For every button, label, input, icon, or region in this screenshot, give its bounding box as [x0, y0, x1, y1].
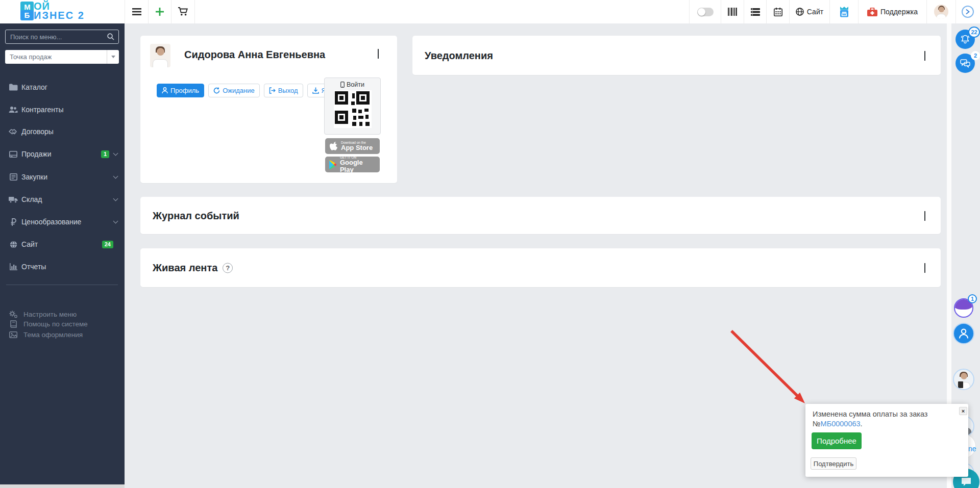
toast-message: Изменена сумма оплаты за заказ №МБ000006… — [813, 409, 928, 429]
plus-icon — [156, 8, 164, 16]
cart-button[interactable] — [171, 0, 195, 23]
order-link[interactable]: МБ0000063 — [821, 420, 861, 428]
notifications-expand-button[interactable] — [924, 51, 925, 60]
tasks-button[interactable] — [744, 0, 766, 23]
profile-collapse-button[interactable] — [378, 49, 379, 58]
sales-badge: 1 — [101, 150, 109, 158]
main-content: Сидорова Анна Евгеньевна Профиль Ожидани… — [125, 23, 980, 488]
profile-card: Сидорова Анна Евгеньевна Профиль Ожидани… — [140, 36, 397, 183]
sidebar-item-purchases[interactable]: Закупки — [0, 169, 125, 185]
sidebar-item-contracts[interactable]: Договоры — [0, 124, 125, 139]
sidebar-horizontal-scrollbar[interactable] — [0, 484, 125, 488]
logo-b-chip: Б — [20, 10, 34, 20]
sidebar-item-pricing[interactable]: Ценообразование — [0, 214, 125, 229]
person-icon — [162, 87, 168, 94]
journal-expand-button[interactable] — [924, 211, 925, 220]
appstore-badge[interactable]: Download on the App Store — [325, 138, 380, 154]
globe-icon — [9, 241, 18, 248]
mini-brand-button[interactable] — [829, 0, 858, 23]
calendar-button[interactable] — [766, 0, 789, 23]
users-icon — [9, 106, 18, 113]
sidebar-item-system-help[interactable]: Помощь по системе — [0, 319, 125, 329]
calendar-icon — [774, 8, 782, 16]
app-logo[interactable]: М ОЙ Б ИЗНЕС 2 — [20, 1, 85, 20]
pos-select[interactable]: Точка продаж — [5, 50, 119, 64]
profile-name: Сидорова Анна Евгеньевна — [184, 49, 325, 61]
theme-toggle[interactable] — [689, 0, 721, 23]
ruble-icon — [9, 218, 18, 226]
help-icon[interactable]: ? — [223, 263, 233, 273]
sidebar-item-counterparties[interactable]: Контрагенты — [0, 102, 125, 117]
profile-avatar[interactable] — [150, 44, 170, 67]
qr-label: Войти — [347, 81, 364, 88]
chat-icon — [960, 59, 970, 68]
close-icon: × — [962, 408, 965, 414]
sidebar-toggle-button[interactable] — [125, 0, 148, 23]
event-journal-panel: Журнал событий — [140, 197, 941, 234]
toast-confirm-button[interactable]: Подтвердить — [811, 457, 856, 470]
sidebar-divider — [6, 285, 118, 285]
user-avatar-button[interactable] — [926, 0, 956, 23]
googleplay-badge[interactable]: GET IT ON Google Play — [325, 157, 380, 172]
chat-bubble-icon — [961, 477, 972, 487]
pos-select-caret[interactable] — [107, 50, 119, 64]
barcode-icon — [728, 8, 737, 16]
logo-iznes: ИЗНЕС 2 — [34, 10, 85, 20]
notification-toast: × Изменена сумма оплаты за заказ №МБ0000… — [805, 404, 968, 477]
caret-down-icon — [111, 56, 115, 58]
support-button[interactable]: Поддержка — [858, 0, 926, 23]
folder-icon — [9, 84, 18, 91]
mini-brand-icon — [839, 6, 850, 18]
bell-badge: 22 — [968, 27, 980, 38]
chart-icon — [9, 263, 18, 270]
qr-login-box: Войти — [324, 78, 381, 135]
sidebar-item-theme[interactable]: Тема оформления — [0, 329, 125, 340]
barcode-button[interactable] — [721, 0, 744, 23]
site-button[interactable]: Сайт — [789, 0, 829, 23]
feed-expand-button[interactable] — [924, 263, 925, 272]
support-kit-icon — [867, 8, 877, 16]
book-icon — [9, 320, 18, 328]
notifications-title: Уведомления — [425, 49, 493, 61]
search-icon — [107, 33, 114, 40]
sidebar-item-reports[interactable]: Отчеты — [0, 259, 125, 274]
quick-add-button[interactable] — [148, 0, 171, 23]
hidden-widget-text: ne — [968, 445, 976, 453]
refresh-icon — [213, 87, 220, 94]
profile-button[interactable]: Профиль — [157, 84, 204, 97]
rail-profile-button[interactable] — [953, 323, 974, 344]
toast-close-button[interactable]: × — [959, 407, 967, 415]
menu-search-input[interactable] — [5, 30, 119, 44]
sidebar-item-warehouse[interactable]: Склад — [0, 192, 125, 207]
toast-details-button[interactable]: Подробнее — [812, 432, 862, 449]
annotation-arrow — [727, 328, 814, 409]
rail-avatar-1-badge: 1 — [968, 294, 977, 303]
sidebar-item-sales[interactable]: Продажи 1 — [0, 146, 125, 162]
toggle-switch-icon — [697, 8, 714, 16]
cart-icon — [178, 7, 188, 16]
support-label: Поддержка — [880, 8, 918, 16]
sidebar-item-catalog[interactable]: Каталог — [0, 80, 125, 95]
chevron-down-icon — [113, 219, 118, 224]
download-icon — [312, 87, 319, 94]
sidebar-item-configure-menu[interactable]: Настроить меню — [0, 309, 125, 319]
journal-title: Журнал событий — [153, 210, 239, 221]
phone-icon — [340, 82, 345, 88]
chat-badge: 2 — [971, 51, 980, 60]
collapse-right-panel-button[interactable] — [962, 6, 974, 18]
truck-icon — [9, 196, 18, 203]
purchases-icon — [9, 173, 18, 181]
exit-button[interactable]: Выход — [264, 84, 303, 97]
sidebar-item-site[interactable]: Сайт 24 — [0, 237, 125, 252]
waiting-button[interactable]: Ожидание — [208, 84, 260, 97]
list-server-icon — [751, 8, 760, 16]
pos-select-value: Точка продаж — [5, 53, 107, 61]
appstore-line2: App Store — [341, 144, 373, 151]
chevron-down-icon — [113, 196, 118, 201]
handshake-icon — [9, 129, 18, 135]
rail-avatar-2[interactable] — [953, 369, 974, 390]
chevron-right-icon — [966, 9, 970, 14]
googleplay-line2: Google Play — [340, 159, 376, 173]
site-label: Сайт — [807, 8, 823, 16]
site-badge: 24 — [102, 241, 113, 248]
